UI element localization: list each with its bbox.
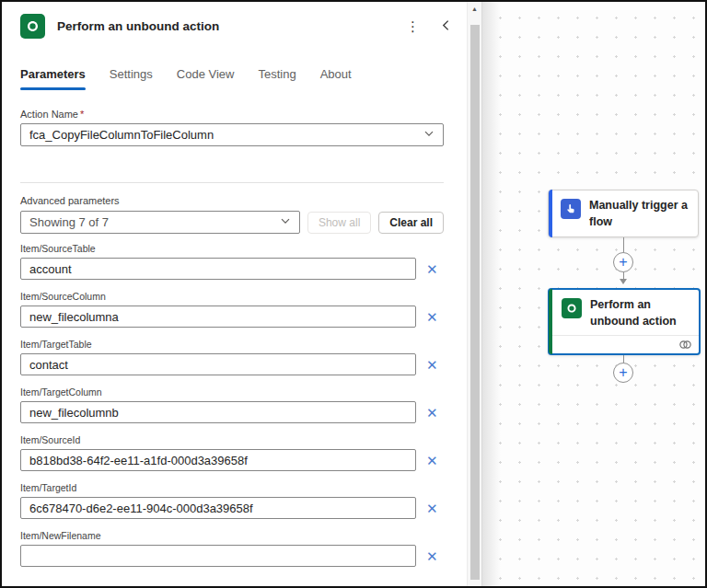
chevron-down-icon xyxy=(280,215,291,229)
dataverse-icon xyxy=(20,14,45,39)
dismiss-icon[interactable]: ✕ xyxy=(424,549,440,563)
section-divider xyxy=(20,182,444,183)
tab-about[interactable]: About xyxy=(320,67,352,90)
panel-title: Perform an unbound action xyxy=(57,19,219,33)
advanced-parameters-dropdown[interactable]: Showing 7 of 7 xyxy=(20,211,300,234)
dismiss-icon[interactable]: ✕ xyxy=(424,358,440,372)
collapse-panel-icon[interactable] xyxy=(436,17,456,35)
scrollbar-thumb[interactable] xyxy=(470,25,480,580)
clear-all-button[interactable]: Clear all xyxy=(378,212,444,234)
chevron-down-icon xyxy=(423,128,435,142)
panel-tabs: Parameters Settings Code View Testing Ab… xyxy=(20,67,352,90)
advanced-parameters-row: Showing 7 of 7 Show all Clear all xyxy=(20,211,444,234)
insert-action-plus-icon[interactable]: + xyxy=(613,363,633,383)
target-id-input[interactable] xyxy=(20,497,416,519)
dismiss-icon[interactable]: ✕ xyxy=(424,406,440,420)
connection-icon xyxy=(678,337,692,353)
dismiss-icon[interactable]: ✕ xyxy=(424,454,440,467)
panel-scrollbar[interactable]: ▲ xyxy=(467,2,481,586)
dismiss-icon[interactable]: ✕ xyxy=(424,502,440,515)
tab-settings[interactable]: Settings xyxy=(110,67,153,90)
connector-line xyxy=(623,355,624,363)
action-config-panel: Perform an unbound action ⋮ Parameters S… xyxy=(2,2,467,586)
field-source-column: Item/SourceColumn ✕ xyxy=(20,291,444,328)
dataverse-icon xyxy=(562,298,582,318)
tab-testing[interactable]: Testing xyxy=(258,67,296,90)
tab-code-view[interactable]: Code View xyxy=(177,67,235,90)
insert-action-plus-icon[interactable]: + xyxy=(613,252,633,272)
panel-header: Perform an unbound action ⋮ xyxy=(20,14,456,39)
connector-arrow-icon xyxy=(620,279,627,284)
advanced-parameters-value: Showing 7 of 7 xyxy=(29,215,109,229)
target-column-input[interactable] xyxy=(20,401,416,423)
connector-line xyxy=(623,272,624,279)
show-all-button[interactable]: Show all xyxy=(307,212,371,234)
source-column-input[interactable] xyxy=(20,306,416,328)
source-table-input[interactable] xyxy=(20,258,416,280)
source-id-input[interactable] xyxy=(20,449,416,471)
trigger-card[interactable]: Manually trigger a flow xyxy=(548,190,699,237)
required-marker: * xyxy=(80,109,84,120)
advanced-parameters-label: Advanced parameters xyxy=(20,195,444,206)
parameter-fields: Item/SourceTable ✕ Item/SourceColumn ✕ I… xyxy=(20,243,444,578)
action-card-footer xyxy=(550,335,699,353)
trigger-accent-bar xyxy=(549,190,552,237)
panel-header-actions: ⋮ xyxy=(402,17,456,35)
unbound-action-card-selected[interactable]: Perform an unbound action xyxy=(548,288,701,355)
action-card-title: Perform an unbound action xyxy=(590,297,691,329)
target-table-input[interactable] xyxy=(20,353,416,375)
action-accent-bar xyxy=(549,289,552,354)
action-name-group: Action Name* fca_CopyFileColumnToFileCol… xyxy=(20,109,444,146)
dismiss-icon[interactable]: ✕ xyxy=(424,310,440,324)
field-target-id: Item/TargetId ✕ xyxy=(20,482,444,519)
flow-editor-window: Perform an unbound action ⋮ Parameters S… xyxy=(0,0,707,588)
field-target-column: Item/TargetColumn ✕ xyxy=(20,386,444,423)
new-filename-input[interactable] xyxy=(20,545,416,567)
trigger-card-title: Manually trigger a flow xyxy=(589,198,690,230)
action-name-label: Action Name* xyxy=(20,109,444,120)
tab-parameters[interactable]: Parameters xyxy=(20,67,86,90)
field-target-table: Item/TargetTable ✕ xyxy=(20,339,444,375)
field-new-filename: Item/NewFilename ✕ xyxy=(20,530,444,567)
more-options-icon[interactable]: ⋮ xyxy=(402,17,423,35)
manual-trigger-icon xyxy=(561,199,581,219)
advanced-parameters-group: Advanced parameters Showing 7 of 7 Show … xyxy=(20,195,444,234)
dismiss-icon[interactable]: ✕ xyxy=(424,262,440,276)
flow-canvas[interactable]: Manually trigger a flow + Perform an unb… xyxy=(481,2,705,586)
field-source-table: Item/SourceTable ✕ xyxy=(20,243,444,280)
connector-line xyxy=(623,237,624,252)
action-name-value: fca_CopyFileColumnToFileColumn xyxy=(29,128,214,142)
field-source-id: Item/SourceId ✕ xyxy=(20,434,444,471)
action-name-dropdown[interactable]: fca_CopyFileColumnToFileColumn xyxy=(20,123,444,146)
scroll-up-icon[interactable]: ▲ xyxy=(468,6,481,12)
